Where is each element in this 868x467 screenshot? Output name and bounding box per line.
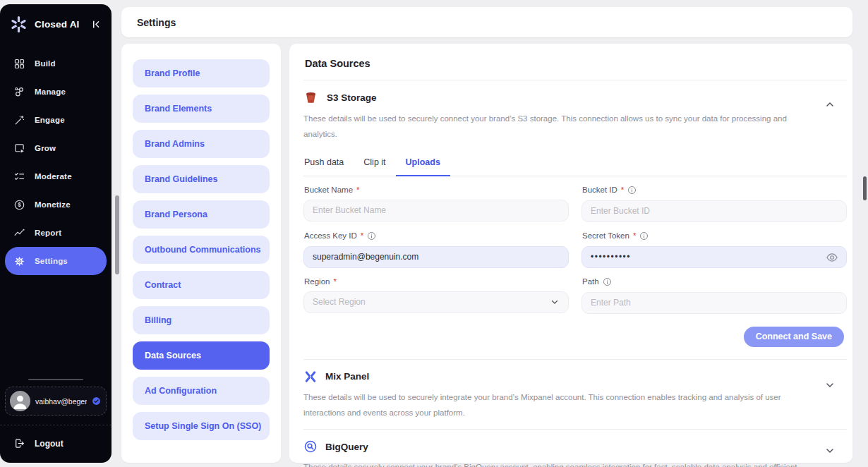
access-key-label: Access Key ID * bbox=[304, 231, 569, 241]
sidebar-item-label: Manage bbox=[35, 87, 66, 96]
data-sources-panel: Data Sources S3 Storage These details wi… bbox=[289, 44, 852, 463]
settings-nav-outbound-communications[interactable]: Outbound Communications bbox=[133, 236, 270, 264]
access-key-input[interactable] bbox=[303, 246, 569, 268]
settings-nav-brand-admins[interactable]: Brand Admins bbox=[133, 130, 270, 158]
sidebar-collapse-icon[interactable] bbox=[91, 19, 103, 30]
settings-nav-brand-elements[interactable]: Brand Elements bbox=[133, 95, 270, 123]
sidebar-item-manage[interactable]: Manage bbox=[5, 78, 107, 106]
page-title: Settings bbox=[137, 17, 176, 28]
region-select-placeholder: Select Region bbox=[313, 297, 366, 307]
bucket-id-input[interactable] bbox=[581, 200, 847, 222]
mixpanel-logo-icon bbox=[303, 370, 318, 384]
settings-subnav: Brand ProfileBrand ElementsBrand AdminsB… bbox=[121, 44, 281, 463]
logout-button[interactable]: Logout bbox=[0, 425, 111, 463]
bucket-id-field: Bucket ID * bbox=[581, 186, 847, 222]
info-icon[interactable] bbox=[367, 231, 376, 241]
settings-nav-label: Ad Configuration bbox=[145, 386, 217, 396]
sidebar-bottom: vaibhav@begenu... Logout bbox=[0, 379, 111, 463]
info-icon[interactable] bbox=[603, 277, 612, 286]
settings-nav-brand-profile[interactable]: Brand Profile bbox=[133, 59, 270, 87]
sidebar-divider bbox=[28, 379, 83, 380]
sidebar-item-engage[interactable]: Engage bbox=[5, 106, 107, 134]
settings-nav-ad-configuration[interactable]: Ad Configuration bbox=[133, 377, 270, 405]
user-profile-chip[interactable]: vaibhav@begenu... bbox=[5, 387, 107, 416]
svg-text:$: $ bbox=[18, 202, 21, 208]
brand-name: Closed AI bbox=[35, 19, 85, 30]
settings-nav-setup-single-sign-on-sso[interactable]: Setup Single Sign On (SSO) bbox=[133, 412, 270, 440]
checklist-icon bbox=[13, 171, 25, 183]
settings-nav-label: Contract bbox=[145, 280, 181, 290]
sidebar-item-grow[interactable]: Grow bbox=[5, 134, 107, 162]
region-select[interactable]: Select Region bbox=[303, 291, 569, 313]
required-mark: * bbox=[356, 186, 359, 194]
gear-icon bbox=[13, 255, 25, 267]
s3-form: Bucket Name * Bucket ID * Access Key ID bbox=[303, 176, 847, 314]
required-mark: * bbox=[333, 277, 336, 286]
region-label: Region * bbox=[304, 277, 569, 286]
nodes-icon bbox=[13, 86, 25, 98]
required-mark: * bbox=[621, 186, 624, 194]
page-scrollbar[interactable] bbox=[863, 176, 867, 200]
field-label-text: Path bbox=[582, 277, 599, 286]
logout-label: Logout bbox=[35, 439, 64, 449]
logout-icon bbox=[13, 437, 25, 449]
s3-tabs: Push dataClip itUploads bbox=[303, 151, 847, 176]
sidebar-scrollbar[interactable] bbox=[115, 195, 119, 274]
bigquery-expand-chevron-down-icon[interactable] bbox=[824, 445, 836, 459]
path-input[interactable] bbox=[581, 292, 847, 314]
grid-icon bbox=[13, 58, 25, 70]
chevron-down-icon bbox=[550, 297, 560, 307]
sidebar-item-settings[interactable]: Settings bbox=[5, 247, 107, 275]
closed-ai-logo-icon bbox=[9, 15, 28, 34]
app-sidebar: Closed AI BuildManageEngageGrowModerate$… bbox=[0, 4, 111, 463]
s3-section-header: S3 Storage bbox=[303, 90, 847, 105]
sidebar-item-monetize[interactable]: $Monetize bbox=[5, 190, 107, 219]
settings-nav-label: Setup Single Sign On (SSO) bbox=[145, 421, 261, 431]
sidebar-nav: BuildManageEngageGrowModerate$MonetizeRe… bbox=[0, 49, 111, 275]
sidebar-item-moderate[interactable]: Moderate bbox=[5, 162, 107, 190]
settings-nav-billing[interactable]: Billing bbox=[133, 306, 270, 334]
s3-collapse-chevron-up-icon[interactable] bbox=[824, 99, 836, 113]
required-mark: * bbox=[633, 231, 636, 240]
info-icon[interactable] bbox=[627, 186, 637, 195]
settings-nav-data-sources[interactable]: Data Sources bbox=[133, 341, 270, 370]
settings-nav-label: Brand Guidelines bbox=[145, 174, 218, 184]
s3-bucket-icon bbox=[303, 90, 318, 105]
sidebar-item-build[interactable]: Build bbox=[5, 49, 107, 78]
secret-token-input[interactable] bbox=[581, 246, 847, 268]
sidebar-item-label: Settings bbox=[35, 257, 68, 265]
tab-uploads[interactable]: Uploads bbox=[396, 151, 450, 176]
mixpanel-expand-chevron-down-icon[interactable] bbox=[824, 380, 836, 394]
bigquery-title: BigQuery bbox=[325, 442, 368, 452]
bucket-name-input[interactable] bbox=[303, 200, 569, 222]
trend-icon bbox=[13, 227, 25, 239]
connect-and-save-button[interactable]: Connect and Save bbox=[744, 327, 844, 347]
sidebar-item-report[interactable]: Report bbox=[5, 219, 107, 247]
bucket-name-field: Bucket Name * bbox=[303, 186, 569, 222]
info-icon[interactable] bbox=[639, 231, 649, 241]
settings-nav-label: Brand Persona bbox=[145, 210, 207, 219]
s3-section-description: These details will be used to securely c… bbox=[303, 111, 847, 142]
brand-row: Closed AI bbox=[0, 4, 111, 40]
bigquery-header: BigQuery bbox=[303, 439, 847, 454]
path-field: Path bbox=[581, 277, 847, 314]
secret-token-wrap bbox=[581, 246, 847, 268]
show-password-eye-icon[interactable] bbox=[826, 251, 838, 267]
s3-storage-section: S3 Storage These details will be used to… bbox=[303, 90, 847, 347]
field-label-text: Region bbox=[304, 277, 330, 286]
s3-actions: Connect and Save bbox=[303, 327, 847, 347]
settings-nav-brand-guidelines[interactable]: Brand Guidelines bbox=[133, 165, 270, 193]
mixpanel-section: Mix Panel These details will be used to … bbox=[303, 360, 847, 430]
panel-title: Data Sources bbox=[305, 58, 847, 69]
settings-nav-label: Brand Profile bbox=[145, 68, 200, 78]
tab-clip-it[interactable]: Clip it bbox=[354, 151, 395, 176]
divider bbox=[303, 80, 847, 80]
sidebar-item-label: Report bbox=[35, 229, 61, 237]
sidebar-item-label: Build bbox=[35, 59, 56, 68]
settings-nav-label: Billing bbox=[145, 315, 171, 325]
settings-nav-label: Outbound Communications bbox=[145, 245, 261, 255]
settings-nav-brand-persona[interactable]: Brand Persona bbox=[133, 200, 270, 229]
bigquery-description: These details securely connect your bran… bbox=[303, 460, 847, 467]
tab-push-data[interactable]: Push data bbox=[303, 151, 354, 176]
settings-nav-contract[interactable]: Contract bbox=[133, 271, 270, 299]
